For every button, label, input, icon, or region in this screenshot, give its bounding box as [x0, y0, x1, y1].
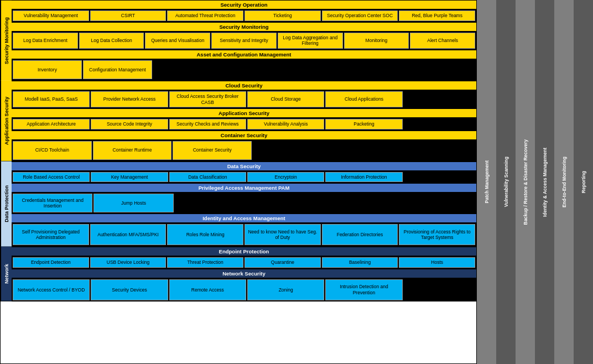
cell-threat-protection: Threat Protection	[167, 257, 243, 268]
cell-container-runtime: Container Runtime	[93, 141, 172, 160]
cell-credentials: Credentials Management and Insertion	[13, 194, 92, 212]
cell-nac: Network Access Control / BYOD	[13, 279, 90, 300]
right-bar-iam: Identity & Access Management	[535, 0, 554, 364]
cloud-security-section: Cloud Security Modell IaaS, PaaS, SaaS P…	[12, 81, 476, 109]
cell-cloud-apps: Cloud Applications	[325, 91, 402, 107]
right-bar-backup: Backup / Restore & Disaster Recovery	[516, 0, 535, 364]
data-security-section: Data Security Role Based Access Control …	[12, 162, 476, 184]
cell-app-arch: Application Architecture	[13, 119, 90, 129]
cell-authentication: Authentication MFA/SMS/PKI	[90, 224, 167, 245]
cell-queries-vis: Queries and Visualisation	[145, 33, 210, 49]
group-label-data-protection: Data Protection	[1, 162, 12, 247]
cell-cloud-storage: Cloud Storage	[247, 91, 324, 107]
cell-casb: Cloud Access Security Broker CASB	[169, 91, 246, 107]
cell-csirt: CSIRT	[90, 11, 167, 21]
iam-title: Identity and Access Management	[12, 214, 476, 223]
cell-container-security: Container Security	[173, 141, 252, 160]
cell-log-enrichment: Log Data Enrichment	[13, 33, 78, 49]
cell-config-mgmt: Configuration Management	[83, 60, 152, 79]
cell-log-collection: Log Data Collection	[79, 33, 144, 49]
cell-red-blue: Red, Blue Purple Teams	[399, 11, 475, 21]
right-bar-patch: Patch Management	[477, 0, 496, 364]
cell-ids: Intrusion Detection and Prevention	[325, 279, 402, 300]
right-bars: Patch Management Vulnerability Scanning …	[477, 0, 593, 364]
cell-modell-iaas: Modell IaaS, PaaS, SaaS	[13, 91, 90, 107]
cell-self-provisioning: Self Provisioning Delegated Administrati…	[13, 224, 89, 245]
cell-usb-locking: USB Device Locking	[90, 257, 167, 268]
cell-monitoring: Monitoring	[344, 33, 409, 49]
cell-security-devices: Security Devices	[91, 279, 168, 300]
cloud-security-title: Cloud Security	[12, 81, 476, 90]
network-security-section: Network Security Network Access Control …	[12, 269, 476, 301]
cell-security-checks: Security Checks and Reviews	[169, 119, 246, 129]
asset-config-title: Asset and Configuration Management	[12, 50, 476, 59]
cell-rbac: Role Based Access Control	[13, 172, 90, 183]
cell-remote-access: Remote Access	[169, 279, 246, 300]
cell-roles-mining: Roles Role Mining	[167, 224, 243, 245]
cell-ticketing: Ticketing	[245, 11, 321, 21]
cell-zoning: Zoning	[247, 279, 324, 300]
asset-config-section: Asset and Configuration Management Inven…	[12, 50, 476, 81]
security-operation-section: Security Operation Vulnerability Managem…	[12, 1, 476, 23]
cell-info-protection: Information Protection	[325, 172, 402, 183]
cell-quarantine: Quarantine	[245, 257, 321, 268]
right-bar-reporting: Reporting	[574, 0, 593, 364]
cell-packeting: Packeting	[325, 119, 402, 129]
group-label-application-security: Application Security	[1, 81, 12, 162]
iam-section: Identity and Access Management Self Prov…	[12, 214, 476, 247]
pam-section: Privileged Access Management PAM Credent…	[12, 184, 476, 214]
cell-key-mgmt: Key Management	[91, 172, 168, 183]
cell-vulnerability-mgmt: Vulnerability Management	[13, 11, 89, 21]
cell-source-code: Source Code Integrity	[91, 119, 168, 129]
group-label-network: Network	[1, 247, 12, 301]
cell-soc: Security Operation Center SOC	[322, 11, 398, 21]
network-security-title: Network Security	[12, 269, 476, 278]
right-bar-vuln-scan: Vulnerability Scanning	[496, 0, 516, 364]
security-operation-title: Security Operation	[12, 1, 476, 9]
cell-data-classification: Data Classification	[169, 172, 246, 183]
cell-sensitivity: Sensitivity and Integrity	[211, 33, 277, 49]
endpoint-title: Endpoint Protection	[12, 247, 476, 256]
cell-automated-threat: Automated Threat Protection	[167, 11, 243, 21]
security-monitoring-title: Security Monitoring	[12, 23, 476, 32]
container-security-title: Container Security	[12, 131, 476, 140]
main-layout: Security Monitoring Security Operation V…	[0, 0, 593, 364]
endpoint-section: Endpoint Protection Endpoint Detection U…	[12, 247, 476, 269]
cell-provisioning: Provisioning of Access Rights to Target …	[399, 224, 475, 245]
cell-need-to-know: Need to know Need to have Seg. of Duty	[245, 224, 321, 245]
cell-vuln-analysis: Vulnerability Analysis	[247, 119, 324, 129]
cell-cicd: CI/CD Toolchain	[13, 141, 92, 160]
cell-endpoint-detection: Endpoint Detection	[13, 257, 89, 268]
cell-encryption: Encryptoin	[247, 172, 324, 183]
right-bar-e2e: End-to-End Monitoring	[554, 0, 574, 364]
pam-title: Privileged Access Management PAM	[12, 184, 476, 193]
cell-inventory: Inventory	[13, 60, 82, 79]
container-security-section: Container Security CI/CD Toolchain Conta…	[12, 131, 476, 162]
cell-alert-channels: Alert Channels	[410, 33, 475, 49]
application-security-title: Application Security	[12, 109, 476, 118]
cell-log-aggregation: Log Data Aggregation and Filtering	[278, 33, 343, 49]
cell-hosts: Hosts	[399, 257, 475, 268]
cell-federation: Federation Directories	[322, 224, 398, 245]
cell-baselining: Baselining	[322, 257, 398, 268]
application-security-section: Application Security Application Archite…	[12, 109, 476, 131]
group-label-security-monitoring: Security Monitoring	[1, 1, 12, 81]
cell-provider-network: Provider Network Access	[91, 91, 168, 107]
security-monitoring-section: Security Monitoring Log Data Enrichment …	[12, 23, 476, 50]
data-security-title: Data Security	[12, 162, 476, 171]
cell-jump-hosts: Jump Hosts	[93, 194, 173, 212]
